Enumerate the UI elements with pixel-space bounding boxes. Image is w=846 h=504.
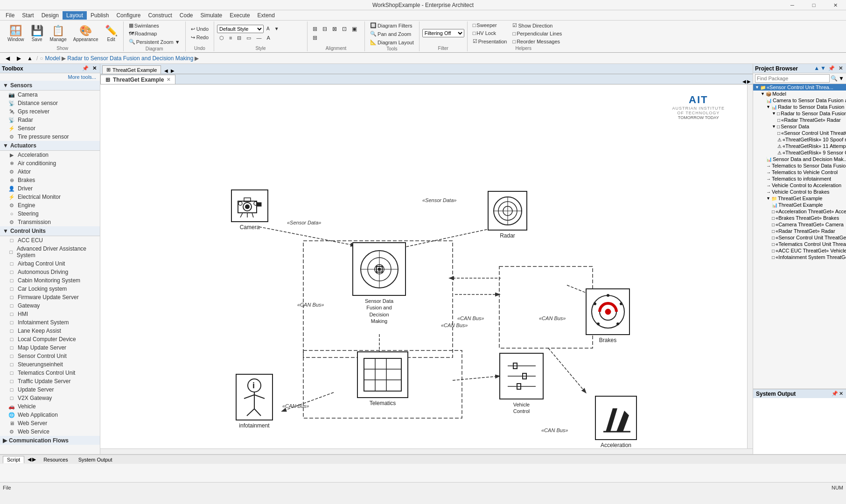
sensor-fusion-node[interactable]: Sensor DataFusion andDecisionMaking (352, 242, 406, 324)
pb-item-vehicle-brakes[interactable]: → Vehicle Control to Brakes (753, 189, 846, 195)
undo-button[interactable]: ↩ Undo (189, 25, 211, 33)
pb-nav-down[interactable]: ▼ (820, 65, 826, 72)
show-direction-button[interactable]: ☑ Show Direction (510, 21, 564, 29)
canvas-tab-threatget[interactable]: ⊞ ThreatGet Example ✕ (100, 75, 175, 84)
pb-item-camera-fusion[interactable]: 📊 Camera to Sensor Data Fusion and De... (753, 97, 846, 104)
pb-item-model[interactable]: ▼ 📦 Model (753, 91, 846, 97)
canvas-nav-left[interactable]: ◀ (163, 68, 169, 74)
toolbox-item-aktor[interactable]: ⚙ Aktor (0, 168, 100, 176)
toolbox-item-vehicle[interactable]: 🚗 Vehicle (0, 402, 100, 411)
pb-item-telematics-info[interactable]: → Telematics to infotainment (753, 175, 846, 182)
canvas-outer-tab-active[interactable]: ⊞ ThreatGet Example (102, 65, 161, 74)
nav-forward-button[interactable]: ▶ (14, 54, 23, 63)
more-tools-link[interactable]: More tools... (0, 73, 100, 81)
style-dropdown[interactable]: Default Style (217, 25, 264, 33)
toolbox-item-sensor[interactable]: ⚡ Sensor (0, 124, 100, 133)
menu-file[interactable]: File (2, 11, 18, 20)
align-btn-3[interactable]: ⊠ (330, 25, 339, 33)
pb-item-accel-tg[interactable]: □ «Acceleration ThreatGet» Accel... (753, 208, 846, 215)
radar-node[interactable]: Radar (488, 191, 527, 239)
toolbox-item-distance-sensor[interactable]: 📡 Distance sensor (0, 99, 100, 107)
toolbox-item-lane-keep[interactable]: □ Lane Keep Assist (0, 327, 100, 335)
align-btn-4[interactable]: ⊡ (340, 25, 349, 33)
toolbox-item-web-service[interactable]: ⚙ Web Service (0, 427, 100, 436)
style-btn-2[interactable]: ▼ (273, 25, 281, 32)
tab-nav-left[interactable]: ◀ (742, 79, 746, 84)
align-center[interactable]: ≡ (227, 34, 234, 42)
toolbox-item-engine[interactable]: ⚙ Engine (0, 201, 100, 210)
toolbox-item-steering[interactable]: ○ Steering (0, 210, 100, 218)
pb-item-radar-threatget[interactable]: □ «Radar ThreatGet» Radar (753, 117, 846, 123)
toolbox-item-v2x-gateway[interactable]: □ V2X Gateway (0, 394, 100, 402)
toolbox-item-gateway[interactable]: □ Gateway (0, 301, 100, 310)
pb-item-sensor-control-root[interactable]: ▼ 📁 «Sensor Control Unit Threa... (753, 84, 846, 91)
toolbox-pin-button[interactable]: 📌 (81, 65, 90, 72)
swimlanes-button[interactable]: ▦ Swimlanes (126, 21, 182, 29)
toolbox-item-acceleration[interactable]: ▶ Acceleration (0, 151, 100, 159)
toolbox-item-car-locking[interactable]: □ Car Locking system (0, 285, 100, 293)
pb-close-button[interactable]: ✕ (837, 65, 844, 72)
toolbox-item-gps[interactable]: 🛰 Gps receiver (0, 107, 100, 116)
toolbox-section-control-units[interactable]: ▼ Control Units (0, 226, 100, 236)
pb-pin-button[interactable]: 📌 (827, 65, 836, 72)
align-right[interactable]: ⊟ (235, 34, 244, 42)
pb-item-sensor-decision[interactable]: 📊 Sensor Data and Decision Mak... (753, 156, 846, 162)
menu-code[interactable]: Code (176, 11, 197, 20)
roadmap-button[interactable]: 🗺 Roadmap (126, 30, 182, 37)
pb-item-vehicle-accel[interactable]: → Vehicle Control to Acceleration (753, 182, 846, 189)
toolbox-section-comm-flows[interactable]: ▶ Communication Flows (0, 436, 100, 445)
toolbox-item-web-app[interactable]: 🌐 Web Application (0, 411, 100, 419)
pb-item-radar-fusion[interactable]: ▼ 📊 Radar to Sensor Data Fusion and Deci… (753, 104, 846, 110)
align-btn-5[interactable]: ▣ (350, 25, 359, 33)
pb-item-infotainment-tg[interactable]: □ «Infotainment System ThreatGet» (753, 254, 846, 260)
pb-item-radar-tg2[interactable]: □ «Radar ThreatGet» Radar (753, 228, 846, 234)
nav-back-button[interactable]: ◀ (3, 54, 12, 63)
menu-configure[interactable]: Configure (112, 11, 144, 20)
ribbon-window-button[interactable]: 🪟 Window (5, 23, 27, 43)
toolbox-item-web-server[interactable]: 🖥 Web Server (0, 419, 100, 427)
toolbox-item-cabin-monitoring[interactable]: □ Cabin Monitoring System (0, 276, 100, 285)
persistent-zoom-button[interactable]: 🔍 Persistent Zoom ▼ (126, 38, 182, 46)
menu-design[interactable]: Design (38, 11, 63, 20)
menu-extend[interactable]: Extend (254, 11, 279, 20)
tab-close-button[interactable]: ✕ (167, 77, 170, 82)
toolbox-item-map-update[interactable]: □ Map Update Server (0, 343, 100, 352)
infotainment-node[interactable]: i infotainment (236, 374, 273, 429)
sweeper-button[interactable]: □ Sweeper (470, 21, 510, 29)
toolbox-item-transmission[interactable]: ⚙ Transmission (0, 218, 100, 226)
filter-dropdown[interactable]: Filtering Off (422, 29, 464, 37)
pb-item-telematics-fusion[interactable]: → Telematics to Sensor Data Fusion and..… (753, 162, 846, 169)
hv-lock-button[interactable]: □ HV Lock (470, 29, 510, 37)
align-btn-1[interactable]: ⊞ (310, 25, 320, 33)
pan-zoom-button[interactable]: 🔍 Pan and Zoom (368, 30, 416, 38)
close-button[interactable]: ✕ (825, 0, 846, 10)
canvas-vertical-scrollbar[interactable] (747, 84, 753, 448)
toolbox-item-sensor-control[interactable]: □ Sensor Control Unit (0, 352, 100, 360)
toolbox-item-traffic-update[interactable]: □ Traffic Update Server (0, 377, 100, 385)
pb-search-input[interactable] (755, 74, 830, 83)
redo-button[interactable]: ↪ Redo (189, 34, 211, 42)
menu-simulate[interactable]: Simulate (197, 11, 226, 20)
diagram-filters-button[interactable]: 🔲 Diagram Filters (368, 21, 416, 29)
bottom-tab-resources[interactable]: Resources (39, 456, 72, 463)
toolbox-item-tire-sensor[interactable]: ⚙ Tire pressure sensor (0, 133, 100, 141)
perpendicular-lines-button[interactable]: □ Perpendicular Lines (510, 30, 564, 37)
menu-construct[interactable]: Construct (144, 11, 175, 20)
nav-up-button[interactable]: ▲ (25, 54, 35, 63)
menu-layout[interactable]: Layout (63, 11, 87, 20)
pb-item-threatget-risk-9[interactable]: ⚠ «ThreatGetRisk» 9 Sensor Contro... (753, 149, 846, 156)
toolbox-item-acc-ecu[interactable]: □ ACC ECU (0, 236, 100, 245)
toolbox-item-radar[interactable]: 📡 Radar (0, 116, 100, 124)
canvas-content[interactable]: AIT AUSTRIAN INSTITUTEOF TECHNOLOGY TOMO… (100, 84, 753, 454)
pb-nav-up[interactable]: ▲ (814, 65, 819, 72)
toolbox-item-hmi[interactable]: □ HMI (0, 310, 100, 318)
menu-execute[interactable]: Execute (226, 11, 253, 20)
toolbox-item-infotainment[interactable]: □ Infotainment System (0, 318, 100, 327)
ribbon-edit-button[interactable]: ✏️ Edit (102, 23, 120, 43)
ribbon-manage-button[interactable]: 📋 Manage (47, 23, 70, 43)
pb-item-threatget-risk-11[interactable]: ⚠ «ThreatGetRisk» 11 Attempt to Fi... (753, 143, 846, 149)
align-btn-2[interactable]: ⊟ (320, 25, 329, 33)
toolbox-item-autonomous[interactable]: □ Autonomous Driving (0, 268, 100, 276)
pb-item-telem-tg[interactable]: □ «Telematics Control Unit ThreatG... (753, 241, 846, 247)
style-btn-1[interactable]: A (265, 25, 272, 32)
